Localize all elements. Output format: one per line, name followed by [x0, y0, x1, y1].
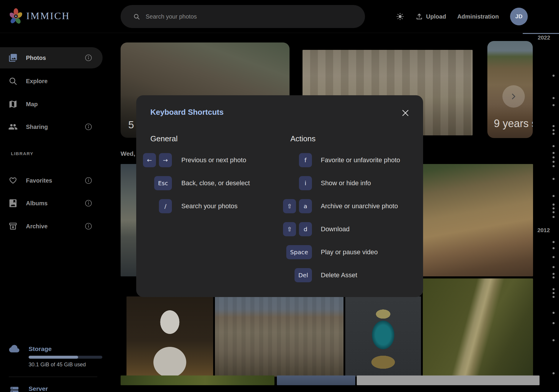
- photo-thumbnail-bust[interactable]: [126, 296, 213, 377]
- administration-link[interactable]: Administration: [457, 13, 499, 20]
- sidebar-item-label: Explore: [26, 78, 47, 85]
- key-f: f: [299, 153, 312, 167]
- key-a: a: [299, 199, 312, 213]
- timeline-scrubber[interactable]: 2022 2012: [532, 33, 559, 392]
- sidebar-item-albums[interactable]: Albums: [0, 193, 103, 214]
- info-icon[interactable]: [84, 176, 93, 185]
- scrubber-position-line: [523, 33, 559, 34]
- sidebar-item-sharing[interactable]: Sharing: [0, 116, 103, 137]
- key-shift: ⇧: [283, 199, 296, 213]
- search-input[interactable]: Search your photos: [121, 5, 365, 28]
- photo-thumbnail-sky[interactable]: [277, 375, 355, 385]
- shortcut-description: Back, close, or deselect: [181, 179, 250, 187]
- shortcut-row: Del Delete Asset: [248, 268, 419, 282]
- photo-thumbnail-ruins[interactable]: [215, 296, 343, 377]
- people-icon: [8, 122, 18, 132]
- sidebar-item-label: Photos: [26, 55, 46, 61]
- memory-card-right[interactable]: 9 years si: [487, 41, 533, 138]
- shortcut-description: Delete Asset: [321, 271, 357, 279]
- shortcut-row: i Show or hide info: [248, 176, 419, 190]
- brand-logo[interactable]: IMMICH: [10, 8, 70, 24]
- photo-thumbnail-gray[interactable]: [357, 375, 540, 385]
- key-shift: ⇧: [283, 222, 296, 236]
- key-right-arrow: →: [159, 153, 172, 167]
- server-icon: [9, 385, 20, 392]
- photos-icon: [8, 53, 18, 63]
- info-icon[interactable]: [84, 123, 93, 131]
- memory-next-button[interactable]: [502, 85, 525, 108]
- sidebar-item-label: Favorites: [26, 177, 52, 184]
- theme-toggle-button[interactable]: [396, 12, 404, 21]
- shortcut-row: f Favorite or unfavorite photo: [248, 153, 419, 167]
- sidebar-item-label: Map: [26, 101, 38, 108]
- key-i: i: [299, 176, 312, 190]
- close-icon: [402, 109, 409, 117]
- photo-thumbnail-lizard[interactable]: [423, 278, 533, 377]
- date-group-header: Wed,: [121, 150, 135, 157]
- key-del: Del: [295, 268, 312, 282]
- shortcut-description: Previous or next photo: [181, 156, 246, 164]
- immich-app: 5 y 9 years si Wed, 2022 2012: [0, 0, 559, 392]
- shortcuts-heading-actions: Actions: [290, 134, 315, 143]
- top-bar: IMMICH Search your photos: [0, 0, 559, 33]
- sidebar-item-photos[interactable]: Photos: [0, 47, 103, 68]
- sidebar-item-label: Archive: [26, 223, 47, 230]
- info-icon[interactable]: [84, 54, 93, 62]
- explore-search-icon: [8, 76, 18, 86]
- shortcut-row: ⇧ d Download: [248, 222, 419, 236]
- sidebar: Photos Explore Map Sharing: [0, 33, 103, 392]
- key-slash: /: [159, 199, 172, 213]
- memory-caption: 9 years si: [494, 117, 533, 130]
- upload-icon: [415, 13, 423, 20]
- search-icon: [133, 13, 140, 20]
- sidebar-item-archive[interactable]: Archive: [0, 216, 103, 237]
- user-avatar[interactable]: JD: [510, 8, 528, 25]
- shortcut-description: Play or pause video: [321, 248, 378, 256]
- sidebar-item-favorites[interactable]: Favorites: [0, 170, 103, 191]
- administration-label: Administration: [457, 13, 499, 20]
- heart-icon: [8, 176, 18, 185]
- key-space: Space: [286, 245, 312, 259]
- storage-progress-fill: [29, 356, 78, 359]
- chevron-right-icon: [509, 92, 518, 101]
- immich-flower-icon: [10, 8, 22, 24]
- storage-title: Storage: [29, 345, 52, 352]
- upload-label: Upload: [426, 13, 446, 20]
- server-title: Server: [29, 385, 48, 392]
- shortcut-row: ⇧ a Archive or unarchive photo: [248, 199, 419, 213]
- upload-button[interactable]: Upload: [415, 13, 446, 20]
- shortcut-description: Favorite or unfavorite photo: [321, 156, 400, 164]
- keyboard-shortcuts-modal: Keyboard Shortcuts General Actions ← → P…: [136, 95, 423, 297]
- search-placeholder: Search your photos: [146, 13, 197, 20]
- shortcut-description: Download: [321, 225, 350, 233]
- photo-thumbnail-porcelain[interactable]: [345, 296, 421, 377]
- shortcuts-heading-general: General: [150, 134, 178, 143]
- cloud-icon: [9, 345, 20, 353]
- shortcut-row: Space Play or pause video: [248, 245, 419, 259]
- sidebar-divider: [9, 377, 97, 377]
- shortcut-description: Search your photos: [181, 202, 238, 210]
- photo-thumbnail-grass[interactable]: [121, 375, 274, 385]
- timeline-year-2022: 2022: [538, 35, 550, 41]
- timeline-year-2012: 2012: [537, 227, 550, 234]
- storage-usage-text: 30.1 GiB of 45 GiB used: [29, 362, 86, 368]
- sidebar-item-label: Sharing: [26, 124, 48, 130]
- album-icon: [8, 199, 18, 208]
- info-icon[interactable]: [84, 222, 93, 230]
- modal-close-button[interactable]: [400, 108, 411, 118]
- sidebar-item-explore[interactable]: Explore: [0, 70, 103, 92]
- brand-name: IMMICH: [26, 10, 70, 22]
- shortcut-description: Archive or unarchive photo: [321, 202, 398, 210]
- key-esc: Esc: [154, 176, 172, 190]
- storage-progress-bar: [29, 356, 102, 359]
- info-icon[interactable]: [84, 199, 93, 207]
- key-left-arrow: ←: [143, 153, 156, 167]
- key-d: d: [299, 222, 312, 236]
- shortcut-description: Show or hide info: [321, 179, 371, 187]
- archive-icon: [8, 222, 18, 231]
- modal-title: Keyboard Shortcuts: [150, 108, 224, 117]
- sidebar-item-map[interactable]: Map: [0, 94, 103, 115]
- map-icon: [8, 99, 18, 109]
- shortcuts-column-actions: f Favorite or unfavorite photo i Show or…: [248, 153, 419, 291]
- library-section-label: LIBRARY: [11, 151, 34, 156]
